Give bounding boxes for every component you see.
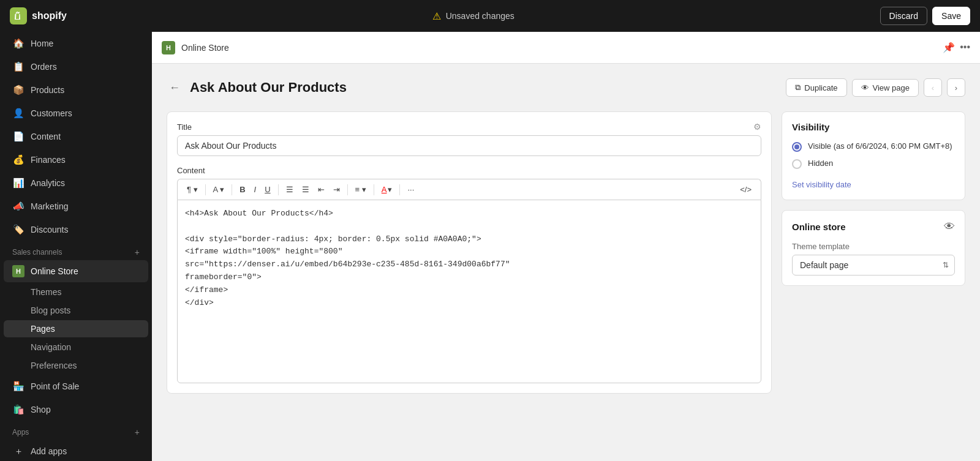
sidebar-item-label: Add apps: [31, 446, 67, 456]
outdent-button[interactable]: ⇤: [315, 183, 328, 196]
toolbar-sep-1: [205, 184, 206, 195]
sidebar-sub-preferences[interactable]: Preferences: [4, 357, 148, 374]
sidebar-item-customers[interactable]: 👤 Customers: [4, 102, 148, 124]
pin-icon[interactable]: 📌: [943, 42, 955, 53]
add-apps-icon: ＋: [12, 445, 24, 457]
sidebar: 🏠 Home 📋 Orders 📦 Products 👤 Customers 📄…: [0, 32, 152, 461]
marketing-icon: 📣: [12, 200, 24, 212]
theme-template-select-wrapper: Default page Custom page Contact ⇅: [792, 255, 955, 275]
side-col: Visibility Visible (as of 6/6/2024, 6:00…: [782, 111, 965, 446]
page-content: ← Ask About Our Products ⧉ Duplicate 👁 V…: [152, 64, 980, 461]
page-title: Ask About Our Products: [190, 80, 347, 96]
sidebar-item-analytics[interactable]: 📊 Analytics: [4, 172, 148, 194]
home-icon: 🏠: [12, 37, 24, 50]
sidebar-sub-blog-posts[interactable]: Blog posts: [4, 302, 148, 319]
eye-icon[interactable]: 👁: [944, 220, 955, 233]
sales-channels-label: Sales channels +: [0, 241, 152, 260]
underline-button[interactable]: U: [262, 183, 273, 196]
sidebar-item-point-of-sale[interactable]: 🏪 Point of Sale: [4, 375, 148, 397]
paragraph-format-button[interactable]: ¶ ▾: [184, 183, 201, 196]
visible-label: Visible (as of 6/6/2024, 6:00 PM GMT+8): [808, 141, 952, 152]
indent-button[interactable]: ⇥: [330, 183, 343, 196]
analytics-icon: 📊: [12, 177, 24, 189]
sidebar-item-label: Home: [31, 39, 53, 48]
sidebar-item-add-apps[interactable]: ＋ Add apps: [4, 440, 148, 461]
topbar-left: shopify: [10, 7, 67, 24]
content-icon: 📄: [12, 130, 24, 143]
sidebar-item-online-store[interactable]: H Online Store: [4, 260, 148, 282]
view-page-button[interactable]: 👁 View page: [852, 79, 919, 97]
page-title-row: ← Ask About Our Products ⧉ Duplicate 👁 V…: [167, 78, 965, 97]
font-color-button[interactable]: A ▾: [379, 183, 396, 196]
store-icon-small: H: [162, 41, 175, 54]
sidebar-item-label: Products: [31, 85, 64, 95]
back-button[interactable]: ←: [167, 79, 183, 97]
page-title-actions: ⧉ Duplicate 👁 View page ‹ ›: [786, 78, 965, 97]
align-button[interactable]: ≡ ▾: [352, 183, 369, 196]
two-col-layout: Title ⚙ Content ¶ ▾: [167, 111, 965, 446]
discounts-icon: 🏷️: [12, 223, 24, 236]
sidebar-item-discounts[interactable]: 🏷️ Discounts: [4, 219, 148, 241]
online-store-icon: H: [12, 265, 24, 277]
page-header-actions: 📌 •••: [943, 42, 970, 53]
font-family-button[interactable]: A ▾: [210, 183, 228, 196]
visible-option[interactable]: Visible (as of 6/6/2024, 6:00 PM GMT+8): [792, 141, 955, 152]
title-field: Title ⚙: [177, 122, 761, 156]
italic-button[interactable]: I: [251, 183, 260, 196]
source-code-button[interactable]: </>: [737, 183, 755, 196]
sidebar-item-label: Point of Sale: [31, 381, 79, 391]
title-input[interactable]: [177, 135, 761, 156]
hidden-radio[interactable]: [792, 159, 802, 169]
sidebar-sub-themes[interactable]: Themes: [4, 283, 148, 301]
visible-radio[interactable]: [792, 142, 802, 152]
unsaved-changes-notice: ⚠ Unsaved changes: [432, 10, 514, 22]
sidebar-item-orders[interactable]: 📋 Orders: [4, 56, 148, 78]
next-page-button[interactable]: ›: [947, 78, 965, 97]
more-options-icon[interactable]: •••: [960, 42, 970, 53]
shopify-logo-text: shopify: [32, 10, 67, 21]
ordered-list-button[interactable]: ☰: [299, 183, 312, 196]
sidebar-item-finances[interactable]: 💰 Finances: [4, 149, 148, 171]
sidebar-item-shop[interactable]: 🛍️ Shop: [4, 399, 148, 421]
hidden-option[interactable]: Hidden: [792, 158, 955, 169]
sidebar-item-label: Shop: [31, 405, 51, 414]
bold-button[interactable]: B: [236, 183, 248, 196]
customers-icon: 👤: [12, 107, 24, 119]
content-label: Content: [177, 166, 761, 175]
main-col: Title ⚙ Content ¶ ▾: [167, 111, 772, 446]
theme-template-select[interactable]: Default page Custom page Contact: [792, 255, 955, 275]
visibility-card: Visibility Visible (as of 6/6/2024, 6:00…: [782, 111, 965, 200]
unsaved-changes-label: Unsaved changes: [446, 11, 514, 21]
content-toolbar: ¶ ▾ A ▾ B I U ☰ ☰ ⇤ ⇥: [177, 179, 761, 200]
toolbar-sep-6: [399, 184, 400, 195]
expand-apps-icon: +: [135, 427, 140, 437]
sidebar-sub-pages[interactable]: Pages: [4, 320, 148, 337]
sidebar-item-label: Analytics: [31, 178, 65, 188]
shop-icon: 🛍️: [12, 403, 24, 416]
discard-button[interactable]: Discard: [880, 7, 927, 25]
topbar-actions: Discard Save: [880, 7, 970, 25]
sidebar-item-label: Finances: [31, 155, 66, 165]
sidebar-item-label: Marketing: [31, 201, 68, 211]
settings-icon[interactable]: ⚙: [753, 122, 761, 132]
prev-page-button[interactable]: ‹: [924, 78, 942, 97]
set-visibility-link[interactable]: Set visibility date: [792, 180, 851, 189]
content-editor[interactable]: <h4>Ask About Our Products</h4> <div sty…: [177, 200, 761, 383]
more-button[interactable]: ···: [404, 183, 417, 196]
main-layout: 🏠 Home 📋 Orders 📦 Products 👤 Customers 📄…: [0, 32, 980, 461]
online-store-title: Online store: [792, 222, 846, 232]
sidebar-sub-navigation[interactable]: Navigation: [4, 339, 148, 356]
sidebar-item-marketing[interactable]: 📣 Marketing: [4, 195, 148, 217]
duplicate-button[interactable]: ⧉ Duplicate: [786, 78, 846, 97]
toolbar-sep-4: [347, 184, 348, 195]
online-store-card: Online store 👁 Theme template Default pa…: [782, 210, 965, 286]
sidebar-item-products[interactable]: 📦 Products: [4, 79, 148, 101]
sidebar-item-home[interactable]: 🏠 Home: [4, 32, 148, 54]
sidebar-item-label: Online Store: [31, 266, 78, 276]
sidebar-item-content[interactable]: 📄 Content: [4, 126, 148, 148]
save-button[interactable]: Save: [932, 7, 970, 25]
expand-icon: +: [135, 247, 140, 257]
bullet-list-button[interactable]: ☰: [283, 183, 296, 196]
toolbar-sep-5: [374, 184, 374, 195]
toolbar-sep-2: [232, 184, 232, 195]
